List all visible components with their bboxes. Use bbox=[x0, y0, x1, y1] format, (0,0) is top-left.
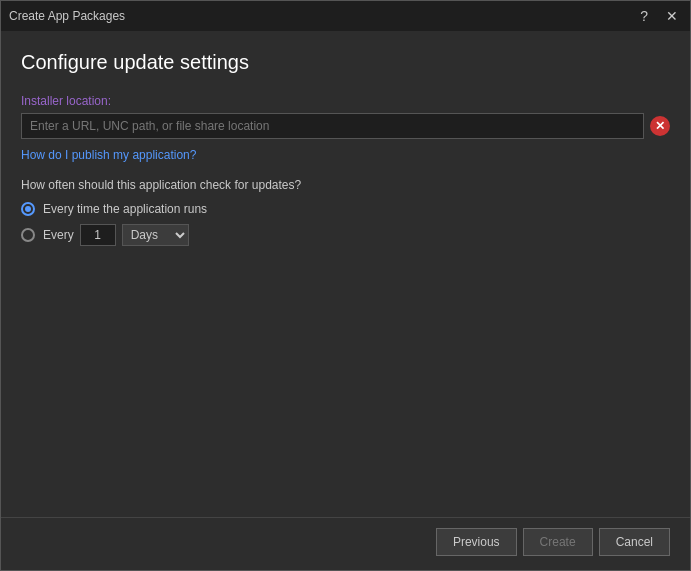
previous-button[interactable]: Previous bbox=[436, 528, 517, 556]
radio-every-label: Every bbox=[43, 228, 74, 242]
radio-every-row: Every Days Hours Weeks bbox=[43, 224, 189, 246]
title-bar: Create App Packages ? ✕ bbox=[1, 1, 690, 31]
radio-runs-input[interactable] bbox=[21, 202, 35, 216]
clear-icon: ✕ bbox=[655, 119, 665, 133]
installer-location-input[interactable] bbox=[21, 113, 644, 139]
help-button[interactable]: ? bbox=[636, 9, 652, 23]
publish-link[interactable]: How do I publish my application? bbox=[21, 148, 196, 162]
title-bar-text: Create App Packages bbox=[9, 9, 125, 23]
radio-every-input[interactable] bbox=[21, 228, 35, 242]
dialog-content: Configure update settings Installer loca… bbox=[1, 31, 690, 517]
main-section: Installer location: ✕ How do I publish m… bbox=[21, 94, 670, 507]
installer-label: Installer location: bbox=[21, 94, 670, 108]
interval-number-input[interactable] bbox=[80, 224, 116, 246]
installer-input-row: ✕ bbox=[21, 113, 670, 139]
title-bar-controls: ? ✕ bbox=[636, 9, 682, 23]
radio-option-every[interactable]: Every Days Hours Weeks bbox=[21, 224, 670, 246]
update-question: How often should this application check … bbox=[21, 178, 670, 192]
cancel-button[interactable]: Cancel bbox=[599, 528, 670, 556]
interval-unit-select[interactable]: Days Hours Weeks bbox=[122, 224, 189, 246]
radio-option-runs[interactable]: Every time the application runs bbox=[21, 202, 670, 216]
footer: Previous Create Cancel bbox=[1, 517, 690, 570]
create-button[interactable]: Create bbox=[523, 528, 593, 556]
dialog-window: Create App Packages ? ✕ Configure update… bbox=[0, 0, 691, 571]
radio-runs-label: Every time the application runs bbox=[43, 202, 207, 216]
close-button[interactable]: ✕ bbox=[662, 9, 682, 23]
clear-input-button[interactable]: ✕ bbox=[650, 116, 670, 136]
page-title: Configure update settings bbox=[21, 51, 670, 74]
